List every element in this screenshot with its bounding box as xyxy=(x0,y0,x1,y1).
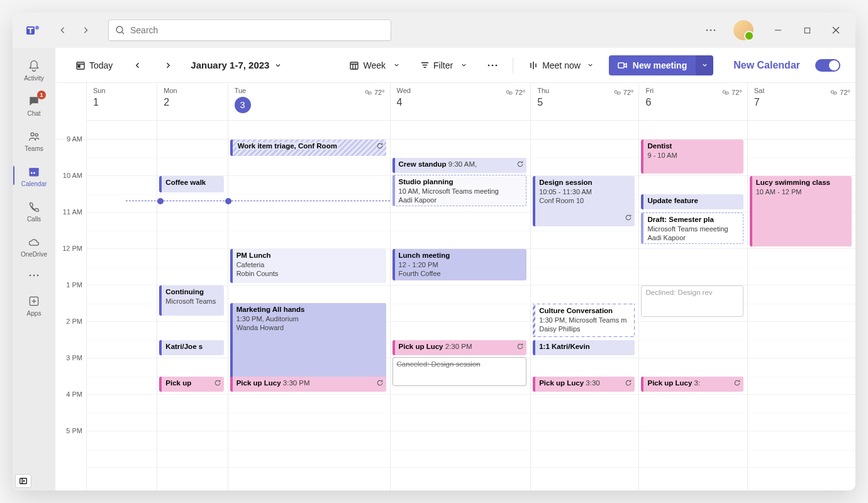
rail-onedrive[interactable]: OneDrive xyxy=(13,229,55,263)
event[interactable]: Dentist9 - 10 AM xyxy=(641,140,743,174)
event[interactable]: Update feature xyxy=(641,194,743,209)
filter-icon xyxy=(420,60,430,70)
cloud-icon xyxy=(28,236,40,248)
recurring-icon xyxy=(625,379,632,389)
weather-icon xyxy=(364,88,372,97)
day-column-sat[interactable]: Sat772° Lucy swimming class10 AM - 12 PM xyxy=(748,83,855,490)
rail-apps[interactable]: Apps xyxy=(13,288,55,322)
window-minimize-button[interactable] xyxy=(764,20,793,40)
event[interactable]: Katri/Joe s xyxy=(159,340,223,355)
view-selector[interactable]: Week xyxy=(344,55,405,75)
toolbar-more-button[interactable] xyxy=(482,55,503,75)
recurring-icon xyxy=(214,379,221,389)
event[interactable]: Design session10:05 - 11:30 AMConf Room … xyxy=(533,176,635,226)
event[interactable]: ContinuingMicrosoft Teams xyxy=(159,285,223,316)
svg-point-6 xyxy=(710,30,712,31)
event[interactable]: Pick up Lucy 2:30 PM xyxy=(392,340,527,355)
event[interactable]: Lucy swimming class10 AM - 12 PM xyxy=(750,176,852,246)
today-button[interactable]: Today xyxy=(70,55,118,75)
new-meeting-button[interactable]: New meeting xyxy=(609,55,696,75)
prev-week-button[interactable] xyxy=(128,55,148,75)
people-icon xyxy=(28,130,40,143)
history-forward-button[interactable] xyxy=(75,20,96,40)
ellipsis-icon xyxy=(29,274,39,277)
day-column-tue[interactable]: Tue372° Work item triage, Conf Room PM L… xyxy=(228,83,391,490)
svg-rect-8 xyxy=(804,28,810,33)
event[interactable]: Pick up Lucy 3: xyxy=(641,377,743,392)
event[interactable]: Pick up Lucy 3:30 xyxy=(533,377,635,392)
video-icon xyxy=(618,60,628,70)
svg-point-22 xyxy=(488,64,490,66)
event[interactable]: Coffee walk xyxy=(159,176,223,192)
search-icon xyxy=(115,25,125,35)
rail-calendar[interactable]: Calendar xyxy=(13,158,55,192)
weather-badge: 72° xyxy=(721,88,742,97)
next-week-button[interactable] xyxy=(158,55,178,75)
svg-rect-21 xyxy=(350,62,358,69)
svg-point-7 xyxy=(714,30,716,31)
new-calendar-toggle[interactable] xyxy=(815,59,840,72)
user-avatar[interactable] xyxy=(733,20,754,40)
recurring-icon xyxy=(733,379,741,389)
filter-button[interactable]: Filter xyxy=(415,55,472,75)
recurring-icon xyxy=(376,379,384,389)
event[interactable]: PM LunchCafeteriaRobin Counts xyxy=(230,249,386,283)
meet-now-icon xyxy=(528,60,538,70)
new-meeting-split-button[interactable] xyxy=(696,55,713,75)
day-column-fri[interactable]: Fri672° Dentist9 - 10 AM Update feature … xyxy=(639,83,747,490)
svg-point-28 xyxy=(615,91,617,93)
day-column-mon[interactable]: Mon2 Coffee walk ContinuingMicrosoft Tea… xyxy=(157,83,228,490)
day-column-sun[interactable]: Sun1 xyxy=(87,83,157,490)
svg-point-29 xyxy=(723,91,725,93)
svg-point-5 xyxy=(706,30,708,31)
date-range-picker[interactable]: January 1-7, 2023 xyxy=(191,60,282,70)
event[interactable]: Studio planning10 AM, Microsoft Teams me… xyxy=(392,175,527,206)
window-close-button[interactable] xyxy=(821,20,850,40)
event[interactable]: Pick up Lucy 3:30 PM xyxy=(230,377,386,392)
meet-now-button[interactable]: Meet now xyxy=(523,55,599,75)
event[interactable]: Declined: Design rev xyxy=(641,285,743,317)
calendar-grid: 9 AM 10 AM 11 AM 12 PM 1 PM 2 PM 3 PM 4 … xyxy=(55,83,855,490)
svg-point-27 xyxy=(506,91,509,93)
event[interactable]: 1:1 Katri/Kevin xyxy=(533,340,635,355)
teams-app-icon xyxy=(24,21,42,39)
weather-badge: 72° xyxy=(504,88,526,97)
recurring-icon xyxy=(516,343,524,353)
calendar-today-icon xyxy=(75,60,86,70)
calendar-toolbar: Today January 1-7, 2023 Week Filter Meet… xyxy=(55,48,855,83)
svg-rect-20 xyxy=(78,65,80,67)
event[interactable]: Work item triage, Conf Room xyxy=(230,140,386,156)
event[interactable]: Crew standup 9:30 AM, xyxy=(392,158,527,173)
svg-rect-13 xyxy=(31,172,33,174)
new-calendar-label: New Calendar xyxy=(733,60,800,71)
weather-badge: 72° xyxy=(613,88,634,97)
rail-activity[interactable]: Activity xyxy=(13,53,55,87)
svg-point-10 xyxy=(35,133,38,136)
recurring-icon xyxy=(625,214,632,224)
calendar-view-icon xyxy=(349,60,359,70)
day-column-thu[interactable]: Thu572° Design session10:05 - 11:30 AMCo… xyxy=(531,83,639,490)
rail-more[interactable] xyxy=(13,264,55,287)
rail-chat[interactable]: 1Chat xyxy=(13,88,55,122)
event[interactable]: Pick up xyxy=(159,377,223,392)
chevron-down-icon xyxy=(587,62,594,69)
svg-rect-12 xyxy=(30,168,39,170)
calendar-icon xyxy=(28,165,40,178)
rail-teams[interactable]: Teams xyxy=(13,123,55,157)
search-input[interactable] xyxy=(130,25,384,35)
event[interactable]: Lunch meeting12 - 1:20 PMFourth Coffee xyxy=(392,249,527,280)
event[interactable]: Culture Conversation1:30 PM, Microsoft T… xyxy=(533,304,635,337)
day-column-wed[interactable]: Wed472° Crew standup 9:30 AM, Studio pla… xyxy=(391,83,531,490)
search-box[interactable] xyxy=(108,19,391,41)
recurring-icon xyxy=(376,142,384,152)
svg-rect-25 xyxy=(618,63,624,68)
titlebar-more-button[interactable] xyxy=(698,20,723,40)
rail-calls[interactable]: Calls xyxy=(13,194,55,228)
window-maximize-button[interactable] xyxy=(793,20,821,40)
history-back-button[interactable] xyxy=(53,20,73,40)
chevron-down-icon xyxy=(460,62,467,69)
weather-badge: 72° xyxy=(829,88,850,97)
event[interactable]: Canceled: Design session xyxy=(392,357,527,386)
apps-icon xyxy=(28,295,40,307)
event[interactable]: Draft: Semester plaMicrosoft Teams meeet… xyxy=(641,213,743,244)
